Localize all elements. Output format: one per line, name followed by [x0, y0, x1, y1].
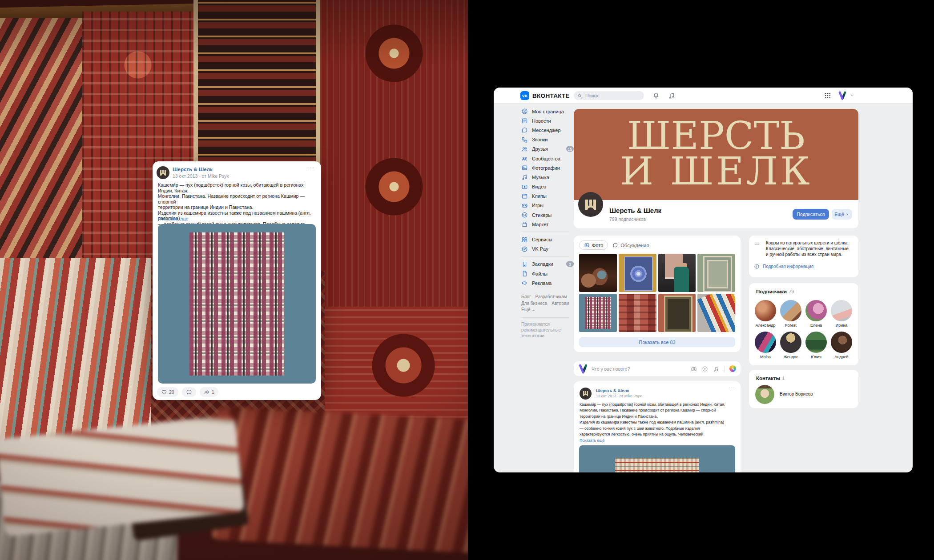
- music-icon[interactable]: [668, 92, 675, 99]
- sidebar-item-messenger[interactable]: Мессенджер: [521, 125, 574, 135]
- sidebar-item-photos[interactable]: Фотографии: [521, 163, 574, 172]
- comment-button[interactable]: [182, 387, 196, 397]
- subscribers-title[interactable]: Подписчики79: [756, 289, 794, 294]
- post-author[interactable]: Шерсть & Шелк: [596, 388, 629, 393]
- show-more-link[interactable]: Показать ещё: [158, 216, 188, 221]
- photo-icon: [584, 242, 590, 248]
- sidebar-item-my-page[interactable]: Моя страница: [521, 107, 574, 116]
- sidebar-divider: [521, 317, 569, 318]
- footer-link-business[interactable]: Для бизнеса: [521, 300, 547, 307]
- avatar: [780, 300, 801, 321]
- post-author[interactable]: Шерсть & Шелк: [173, 167, 213, 172]
- footer-link-more[interactable]: Ещё ⌄: [521, 307, 535, 313]
- detailed-info-link[interactable]: Подробная информация: [754, 264, 813, 269]
- photo-thumbnail[interactable]: [658, 294, 696, 332]
- more-button[interactable]: Ещё: [832, 209, 852, 220]
- photo-thumbnail[interactable]: [579, 254, 617, 292]
- tab-photos[interactable]: Фото: [579, 240, 608, 250]
- sidebar-item-communities[interactable]: Сообщества: [521, 154, 574, 163]
- photo-thumbnail[interactable]: [619, 254, 656, 292]
- subscriber[interactable]: Жендос: [780, 332, 801, 359]
- chevron-down-icon[interactable]: [850, 93, 854, 98]
- subscriber[interactable]: Андрей: [831, 332, 852, 359]
- sidebar-item-vkpay[interactable]: VK Pay: [521, 244, 574, 254]
- composer-placeholder[interactable]: Что у вас нового?: [592, 366, 691, 372]
- photo-thumbnail[interactable]: [579, 294, 617, 332]
- contact-avatar[interactable]: [755, 385, 774, 404]
- photo-thumbnail[interactable]: [697, 294, 735, 332]
- community-avatar[interactable]: [578, 192, 603, 217]
- sidebar-item-friends[interactable]: Друзья15: [521, 144, 574, 154]
- subscriber[interactable]: Елена: [805, 300, 827, 328]
- post-image[interactable]: [158, 224, 316, 384]
- sidebar-item-ads[interactable]: Реклама: [521, 278, 574, 288]
- video-icon: [521, 184, 528, 190]
- photo-thumbnail[interactable]: [619, 294, 656, 332]
- community-cover[interactable]: ШЕРСТЬ И ШЕЛК: [574, 109, 858, 200]
- sidebar-item-video[interactable]: Видео: [521, 182, 574, 192]
- friends-icon: [521, 146, 528, 152]
- sidebar-item-bookmarks[interactable]: Закладки3: [521, 260, 574, 269]
- subscriber[interactable]: Forest: [780, 300, 801, 328]
- avatar: [805, 300, 827, 321]
- show-all-photos-button[interactable]: Показать все 83: [579, 337, 735, 347]
- like-button[interactable]: 20: [157, 387, 178, 397]
- sidebar-item-calls[interactable]: Звонки: [521, 135, 574, 144]
- search-input[interactable]: [584, 92, 633, 99]
- contacts-title[interactable]: Контакты1: [756, 376, 785, 381]
- notifications-bell-icon[interactable]: [652, 92, 660, 99]
- sidebar-item-games[interactable]: Игры: [521, 201, 574, 210]
- post-image[interactable]: [579, 445, 735, 472]
- community-name: Шерсть & Шелк: [609, 207, 661, 214]
- contact-name[interactable]: Виктор Борисов: [780, 392, 813, 396]
- community-avatar[interactable]: [157, 166, 169, 179]
- user-avatar[interactable]: [578, 364, 588, 374]
- share-button[interactable]: 1: [200, 387, 218, 397]
- community-avatar[interactable]: [580, 388, 592, 400]
- community-info-card: Ковры из натуральных шерсти и шёлка. Кла…: [749, 236, 858, 277]
- subscriber[interactable]: Misha: [755, 332, 776, 359]
- subscribers-count[interactable]: 799 подписчиков: [609, 216, 646, 222]
- clips-icon: [521, 193, 528, 200]
- vk-wordmark: вконтакте: [532, 92, 570, 99]
- vk-logo[interactable]: VK: [520, 91, 529, 100]
- sidebar-item-market[interactable]: Маркет: [521, 220, 574, 229]
- music-note-icon: [521, 174, 528, 180]
- sidebar-item-music[interactable]: Музыка: [521, 172, 574, 182]
- post-background-icon[interactable]: A: [729, 365, 736, 372]
- sidebar-item-clips[interactable]: Клипы: [521, 192, 574, 201]
- subscriber[interactable]: Александр: [755, 300, 776, 328]
- post-menu-icon[interactable]: ···: [307, 164, 315, 171]
- user-avatar[interactable]: [838, 91, 847, 100]
- subscribe-button[interactable]: Подписаться: [793, 209, 829, 220]
- bookmarks-badge: 3: [566, 261, 574, 267]
- vk-window: VK вконтакте Моя страница: [494, 88, 913, 472]
- sidebar-item-stickers[interactable]: Стикеры: [521, 210, 574, 220]
- footer-link-authors[interactable]: Авторам: [552, 300, 569, 307]
- share-icon: [204, 389, 210, 395]
- post-meta[interactable]: 13 окт 2013 · от Mike Psyx: [596, 394, 642, 398]
- photo-thumbnail[interactable]: [658, 254, 696, 292]
- video-circle-icon[interactable]: [702, 366, 708, 372]
- camera-icon[interactable]: [691, 366, 697, 372]
- file-icon: [521, 270, 528, 277]
- subscriber[interactable]: Юлия: [805, 332, 827, 359]
- sidebar-item-news[interactable]: Новости: [521, 116, 574, 125]
- sidebar-item-services[interactable]: Сервисы: [521, 235, 574, 244]
- search-field[interactable]: [574, 91, 644, 100]
- show-more-link[interactable]: Показать ещё: [580, 438, 604, 443]
- avatar: [780, 332, 801, 353]
- community-description: Ковры из натуральных шерсти и шёлка. Кла…: [766, 240, 849, 257]
- photos-card: Фото Обсуждения Показать все 83: [574, 236, 741, 352]
- footer-link-blog[interactable]: Блог: [521, 294, 531, 300]
- post-menu-icon[interactable]: ···: [729, 385, 735, 390]
- subscriber[interactable]: Ирина: [831, 300, 852, 328]
- footer-link-developers[interactable]: Разработчикам: [535, 294, 567, 300]
- like-count: 20: [169, 389, 174, 395]
- apps-grid-icon[interactable]: [824, 92, 831, 99]
- music-icon[interactable]: [713, 366, 719, 372]
- photo-thumbnail[interactable]: [697, 254, 735, 292]
- sidebar-item-files[interactable]: Файлы: [521, 269, 574, 278]
- post-meta[interactable]: 13 окт 2013 · от Mike Psyx: [173, 173, 229, 179]
- tab-discussions[interactable]: Обсуждения: [612, 242, 649, 248]
